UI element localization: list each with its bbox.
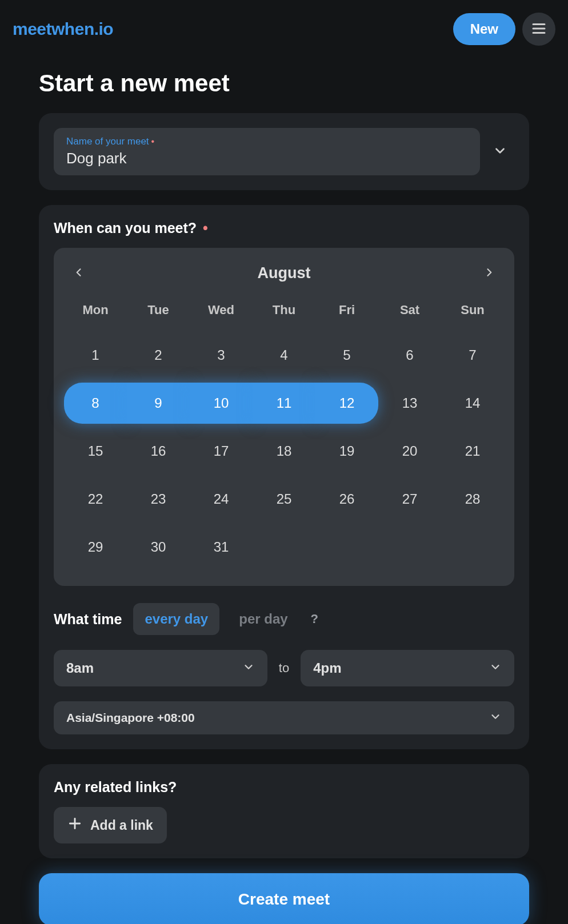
calendar-month: August bbox=[258, 264, 311, 282]
when-card: When can you meet? • August MonTueWedThu… bbox=[39, 205, 529, 749]
calendar-empty bbox=[253, 527, 315, 568]
calendar-day[interactable]: 6 bbox=[378, 335, 441, 376]
calendar-day[interactable]: 8 bbox=[64, 383, 127, 424]
calendar-day[interactable]: 30 bbox=[127, 527, 190, 568]
calendar-day[interactable]: 15 bbox=[64, 431, 127, 472]
meet-name-label: Name of your meet bbox=[66, 136, 149, 147]
dow-label: Tue bbox=[127, 296, 190, 329]
links-heading: Any related links? bbox=[54, 779, 514, 796]
calendar-day[interactable]: 1 bbox=[64, 335, 127, 376]
calendar-day[interactable]: 4 bbox=[253, 335, 315, 376]
calendar-day[interactable]: 19 bbox=[315, 431, 378, 472]
when-heading: When can you meet? bbox=[54, 220, 197, 236]
chevron-down-icon bbox=[489, 661, 502, 676]
time-to-value: 4pm bbox=[313, 660, 341, 676]
chevron-right-icon bbox=[483, 267, 495, 280]
calendar-day[interactable]: 31 bbox=[190, 527, 253, 568]
add-link-button[interactable]: Add a link bbox=[54, 807, 167, 843]
menu-button[interactable] bbox=[522, 13, 555, 46]
calendar-day[interactable]: 18 bbox=[253, 431, 315, 472]
prev-month-button[interactable] bbox=[69, 263, 89, 283]
calendar-day[interactable]: 2 bbox=[127, 335, 190, 376]
calendar-day[interactable]: 9 bbox=[127, 383, 190, 424]
required-dot: • bbox=[203, 220, 208, 236]
dow-label: Wed bbox=[190, 296, 253, 329]
new-button[interactable]: New bbox=[453, 13, 515, 45]
calendar-day[interactable]: 24 bbox=[190, 479, 253, 520]
chevron-down-icon bbox=[489, 710, 502, 725]
calendar-empty bbox=[441, 527, 504, 568]
time-help[interactable]: ? bbox=[311, 612, 318, 626]
dow-label: Fri bbox=[315, 296, 378, 329]
next-month-button[interactable] bbox=[479, 263, 499, 283]
chevron-down-icon bbox=[242, 661, 255, 676]
dow-label: Mon bbox=[64, 296, 127, 329]
time-from-select[interactable]: 8am bbox=[54, 650, 267, 686]
name-card: Name of your meet• bbox=[39, 113, 529, 190]
logo[interactable]: meetwhen.io bbox=[13, 19, 113, 39]
mode-every-day[interactable]: every day bbox=[133, 603, 219, 635]
page-title: Start a new meet bbox=[39, 70, 529, 97]
hamburger-icon bbox=[530, 20, 547, 39]
calendar-day[interactable]: 28 bbox=[441, 479, 504, 520]
calendar-day[interactable]: 25 bbox=[253, 479, 315, 520]
calendar-day[interactable]: 3 bbox=[190, 335, 253, 376]
calendar-day[interactable]: 12 bbox=[315, 383, 378, 424]
time-from-value: 8am bbox=[66, 660, 94, 676]
calendar-day[interactable]: 29 bbox=[64, 527, 127, 568]
calendar-day[interactable]: 13 bbox=[378, 383, 441, 424]
to-label: to bbox=[279, 661, 289, 676]
calendar-day[interactable]: 23 bbox=[127, 479, 190, 520]
chevron-left-icon bbox=[73, 267, 85, 280]
timezone-value: Asia/Singapore +08:00 bbox=[66, 711, 195, 725]
calendar-day[interactable]: 14 bbox=[441, 383, 504, 424]
chevron-down-icon bbox=[493, 143, 507, 160]
meet-name-input[interactable] bbox=[66, 150, 467, 167]
calendar-day[interactable]: 20 bbox=[378, 431, 441, 472]
time-to-select[interactable]: 4pm bbox=[301, 650, 514, 686]
calendar-day[interactable]: 22 bbox=[64, 479, 127, 520]
links-card: Any related links? Add a link bbox=[39, 764, 529, 858]
calendar-day[interactable]: 11 bbox=[253, 383, 315, 424]
time-label: What time bbox=[54, 611, 122, 628]
plus-icon bbox=[67, 816, 82, 834]
expand-name-button[interactable] bbox=[490, 142, 510, 162]
calendar-day[interactable]: 26 bbox=[315, 479, 378, 520]
required-dot: • bbox=[151, 136, 155, 146]
calendar: August MonTueWedThuFriSatSun123456789101… bbox=[54, 248, 514, 586]
calendar-day[interactable]: 10 bbox=[190, 383, 253, 424]
create-meet-button[interactable]: Create meet bbox=[39, 873, 529, 924]
calendar-empty bbox=[315, 527, 378, 568]
dow-label: Thu bbox=[253, 296, 315, 329]
dow-label: Sun bbox=[441, 296, 504, 329]
add-link-label: Add a link bbox=[90, 818, 153, 833]
meet-name-field[interactable]: Name of your meet• bbox=[54, 128, 480, 175]
timezone-select[interactable]: Asia/Singapore +08:00 bbox=[54, 701, 514, 734]
calendar-day[interactable]: 21 bbox=[441, 431, 504, 472]
calendar-day[interactable]: 5 bbox=[315, 335, 378, 376]
calendar-day[interactable]: 16 bbox=[127, 431, 190, 472]
calendar-day[interactable]: 7 bbox=[441, 335, 504, 376]
calendar-day[interactable]: 17 bbox=[190, 431, 253, 472]
dow-label: Sat bbox=[378, 296, 441, 329]
calendar-empty bbox=[378, 527, 441, 568]
mode-per-day[interactable]: per day bbox=[227, 603, 299, 635]
calendar-day[interactable]: 27 bbox=[378, 479, 441, 520]
